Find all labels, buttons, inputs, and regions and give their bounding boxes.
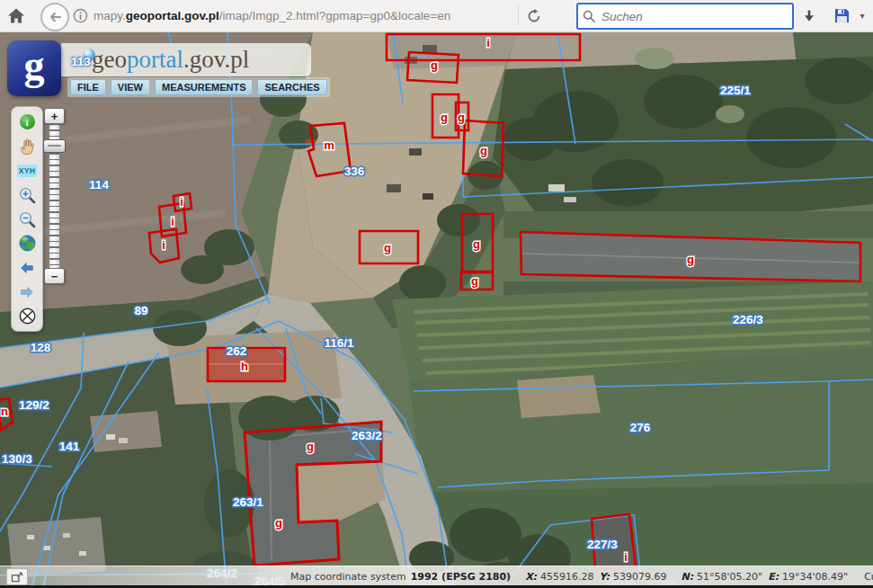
svg-text:114: 114 [89,178,109,192]
reload-button[interactable] [525,7,542,24]
svg-text:141: 141 [59,440,80,453]
svg-text:g: g [458,111,465,124]
floppy-disk-icon [834,8,850,23]
url-domain: geoportal.gov.pl [126,9,219,22]
xyh-icon: XYH [17,165,37,177]
download-icon [801,8,817,24]
save-menu-caret[interactable]: ▾ [855,7,869,23]
home-icon [7,7,25,24]
browser-toolbar: mapy.geoportal.gov.pl/imap/Imgp_2.html?g… [0,0,873,32]
toolbar-separator [518,6,519,25]
svg-text:263/1: 263/1 [233,495,263,509]
svg-text:g: g [471,274,478,288]
svg-text:i: i [624,550,628,564]
crs-value: 1992 (EPSG 2180) [411,571,511,583]
n-value: 51°58'05.20" [697,571,762,583]
y-label: Y: [600,571,610,583]
crs-label: Map coordinate system [290,571,406,583]
previous-view-tool[interactable] [14,257,40,278]
svg-text:89: 89 [134,304,147,317]
back-arrow-icon [47,10,63,24]
back-button[interactable] [40,3,69,31]
svg-text:n: n [1,405,8,418]
svg-text:129/2: 129/2 [19,398,49,412]
svg-text:262: 262 [227,344,247,358]
parcel-label-113: 113 [71,55,91,68]
close-circle-icon [19,307,36,325]
downloads-button[interactable] [798,6,820,25]
clear-selection-tool[interactable] [14,306,40,326]
menu-measurements[interactable]: MEASUREMENTS [155,79,254,95]
aerial-map-canvas[interactable]: i g g g g m i i i g g g g h g g i n [0,31,873,588]
globe-icon [19,235,36,252]
svg-text:263/2: 263/2 [352,429,382,442]
save-page-button[interactable] [833,7,851,23]
zoom-out-tool[interactable] [14,209,40,229]
arrow-left-icon [19,261,35,275]
n-label: N: [681,571,693,583]
svg-text:g: g [384,241,391,254]
svg-text:g: g [473,237,480,251]
svg-text:226/3: 226/3 [733,313,763,326]
browser-search-box [576,3,794,30]
svg-text:g: g [431,58,438,72]
zoom-in-icon [18,186,36,204]
site-title-panel: geoportal.gov.pl [61,43,311,76]
chevron-down-icon: ▾ [860,11,864,21]
menu-file[interactable]: FILE [70,79,106,95]
zoom-out-icon [18,210,36,228]
map-tool-palette: i XYH [11,106,43,332]
extent-tool-button[interactable] [6,568,28,585]
zoom-in-tool[interactable] [14,184,40,205]
next-view-tool[interactable] [14,281,40,302]
geoportal-window: i g g g g m i i i g g g g h g g i n [0,0,873,588]
site-info-button[interactable] [73,8,88,23]
menu-view[interactable]: VIEW [111,79,150,95]
svg-text:225/1: 225/1 [720,84,751,97]
url-subdomain: mapy. [94,9,126,22]
x-label: X: [525,571,537,583]
svg-text:m: m [324,138,334,152]
info-icon: i [20,114,35,129]
logo-glyph: g [24,45,45,86]
svg-text:i: i [171,215,174,228]
address-bar[interactable]: mapy.geoportal.gov.pl/imap/Imgp_2.html?g… [94,7,512,24]
zoom-slider-minus-button[interactable]: − [44,268,65,284]
svg-text:g: g [480,144,487,157]
svg-text:h: h [241,360,248,373]
pan-tool[interactable] [14,136,40,156]
map-area: i g g g g m i i i g g g g h g g i n [0,31,873,588]
hand-icon [19,137,36,156]
draw-extent-icon [11,572,24,583]
geoportal-logo[interactable]: g [7,40,61,96]
menu-searches[interactable]: SEARCHES [257,79,326,95]
xyh-coordinates-tool[interactable]: XYH [14,160,40,181]
zoom-slider-plus-button[interactable]: + [44,108,65,124]
identify-tool[interactable]: i [14,111,40,132]
search-icon [578,10,600,22]
map-status-bar: Map coordinate system 1992 (EPSG 2180) X… [0,566,873,586]
svg-text:336: 336 [344,165,365,178]
home-button[interactable] [5,6,27,25]
title-suffix: .gov.pl [183,46,249,73]
url-path: /imap/Imgp_2.html?gpmap=gp0&locale=en [219,9,450,22]
main-menu: FILE VIEW MEASUREMENTS SEARCHES [67,77,330,97]
svg-text:276: 276 [630,421,651,434]
y-value: 539079.69 [613,571,667,583]
coordinate-readout: Map coordinate system 1992 (EPSG 2180) X… [290,566,873,586]
full-extent-tool[interactable] [14,233,40,254]
reload-icon [527,9,541,23]
title-portal: portal [127,46,183,73]
svg-text:i: i [162,238,165,252]
scale-label: Current s [864,571,873,583]
svg-text:g: g [307,440,314,453]
svg-text:g: g [275,516,282,530]
svg-text:i: i [180,195,183,209]
zoom-slider-handle[interactable] [43,139,66,153]
svg-text:i: i [486,36,490,49]
svg-text:g: g [687,253,694,266]
search-input[interactable] [600,6,792,26]
svg-text:227/3: 227/3 [587,538,618,551]
arrow-right-icon [19,285,35,299]
svg-text:g: g [441,111,448,124]
